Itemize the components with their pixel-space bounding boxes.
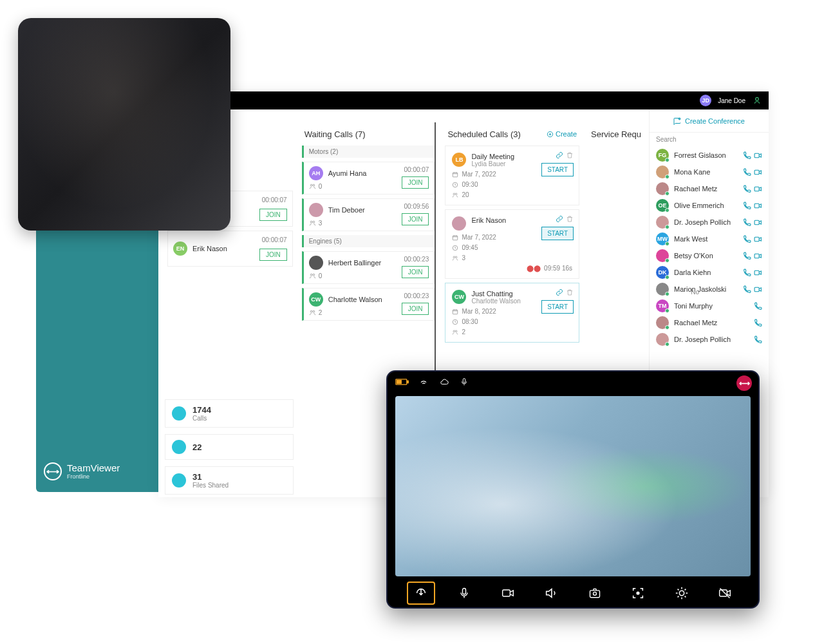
- delete-icon[interactable]: [566, 151, 574, 159]
- svg-point-41: [679, 591, 684, 595]
- stat-dot-icon: [172, 406, 186, 421]
- brand-name: TeamViewer: [67, 463, 120, 474]
- call-card[interactable]: Herbert Ballinger00:00:23 0JOIN: [302, 251, 435, 284]
- video-call-icon[interactable]: [754, 202, 762, 210]
- scheduled-card[interactable]: Erik NasonSTART Mar 7, 2022 09:45 3⬤⬤ 09…: [445, 209, 579, 279]
- contact-avatar: [656, 316, 669, 329]
- svg-rect-33: [407, 381, 409, 383]
- create-conference-button[interactable]: Create Conference: [650, 109, 769, 133]
- contact-row[interactable]: Dr. Joseph Pollich: [651, 214, 767, 231]
- start-button[interactable]: START: [541, 300, 574, 314]
- brightness-button[interactable]: [668, 582, 696, 605]
- user-name: Jane Doe: [718, 97, 745, 104]
- video-call-icon[interactable]: [754, 185, 762, 193]
- snapshot-button[interactable]: [581, 582, 609, 605]
- create-button[interactable]: Create: [547, 130, 577, 138]
- video-call-icon[interactable]: [754, 269, 762, 277]
- copy-link-icon[interactable]: [556, 151, 563, 159]
- start-button[interactable]: START: [541, 163, 574, 176]
- stat-dot-icon: [172, 440, 186, 454]
- contact-avatar: FG: [656, 149, 669, 162]
- cloud-icon: [438, 377, 451, 386]
- video-call-icon[interactable]: [754, 252, 762, 260]
- join-button[interactable]: JOIN: [402, 213, 429, 225]
- call-icon[interactable]: [743, 151, 751, 160]
- call-icon[interactable]: [754, 336, 762, 344]
- device-video-feed: [395, 396, 751, 576]
- delete-icon[interactable]: [566, 289, 574, 296]
- copy-link-icon[interactable]: [556, 289, 563, 296]
- contact-avatar: [656, 166, 669, 178]
- speaker-button[interactable]: [537, 582, 565, 605]
- camera-button[interactable]: [494, 582, 522, 605]
- video-call-icon[interactable]: [754, 218, 762, 227]
- contact-row[interactable]: Betsy O'Kon: [651, 247, 767, 264]
- call-icon[interactable]: [743, 252, 751, 260]
- contact-row[interactable]: FGForrest Gislason: [651, 147, 767, 164]
- contact-row[interactable]: Rachael Metz: [651, 180, 767, 197]
- scheduled-card[interactable]: CWJust ChattingCharlotte WalsonSTART Mar…: [445, 283, 579, 343]
- call-icon[interactable]: [743, 235, 751, 243]
- copy-link-icon[interactable]: [556, 215, 563, 223]
- svg-rect-4: [754, 187, 759, 191]
- contact-row[interactable]: Dr. Joseph Pollich: [651, 331, 767, 348]
- call-card[interactable]: CWCharlotte Walson00:00:23 2JOIN: [302, 288, 435, 321]
- svg-point-18: [313, 310, 315, 312]
- search-label[interactable]: Search: [650, 133, 769, 147]
- fullscreen-button[interactable]: [624, 582, 652, 605]
- video-call-icon[interactable]: [754, 235, 762, 243]
- device-overlay: ⟷: [386, 370, 760, 609]
- call-card[interactable]: Tim Deboer00:09:56 3JOIN: [302, 198, 435, 231]
- call-icon[interactable]: [743, 185, 751, 193]
- join-button[interactable]: JOIN: [402, 176, 429, 189]
- scheduled-card[interactable]: LBDaily MeetingLydia BauerSTART Mar 7, 2…: [445, 146, 579, 205]
- delete-icon[interactable]: [566, 215, 574, 223]
- contact-avatar: [656, 283, 669, 296]
- contact-name: Marion Jaskolski: [674, 285, 738, 293]
- device-controls: [388, 579, 758, 607]
- brand-subtitle: Frontline: [67, 473, 120, 480]
- scheduled-title: Daily Meeting: [471, 153, 514, 160]
- call-icon[interactable]: [743, 202, 751, 210]
- scheduled-time: 09:30: [452, 181, 572, 188]
- contact-row[interactable]: DKDarla Kiehn: [651, 264, 767, 281]
- contact-row[interactable]: Rachael Metz: [651, 314, 767, 331]
- contact-row[interactable]: Mona Kane: [651, 164, 767, 180]
- join-button[interactable]: JOIN: [402, 266, 429, 278]
- join-button[interactable]: JOIN: [402, 303, 429, 315]
- video-call-icon[interactable]: [754, 168, 762, 176]
- call-icon[interactable]: [754, 302, 762, 310]
- contact-row[interactable]: MWMark West: [651, 231, 767, 247]
- contact-avatar: [656, 249, 669, 262]
- svg-point-16: [313, 274, 315, 276]
- svg-point-11: [310, 184, 312, 186]
- video-call-icon[interactable]: [754, 285, 762, 294]
- user-avatar[interactable]: JD: [700, 95, 711, 106]
- contact-row[interactable]: OEOlive Emmerich: [651, 197, 767, 214]
- mic-button[interactable]: [450, 582, 478, 605]
- call-icon[interactable]: [743, 168, 751, 176]
- start-button[interactable]: START: [541, 227, 574, 240]
- video-off-button[interactable]: [711, 582, 739, 605]
- pointer-button[interactable]: [407, 582, 435, 605]
- call-card[interactable]: AHAyumi Hana00:00:07 0JOIN: [302, 162, 435, 194]
- svg-rect-6: [754, 220, 759, 225]
- create-conference-label: Create Conference: [685, 117, 745, 125]
- join-button[interactable]: JOIN: [259, 249, 287, 261]
- scheduled-title: Just Chatting: [471, 290, 520, 298]
- call-icon[interactable]: [743, 285, 751, 294]
- caller-name: Charlotte Walson: [328, 296, 382, 303]
- contact-avatar: [656, 333, 669, 346]
- contact-row[interactable]: Marion Jaskolski: [651, 281, 767, 298]
- join-button[interactable]: JOIN: [259, 209, 287, 221]
- stat-value: 1744: [192, 405, 211, 415]
- call-duration: 00:09:56: [404, 203, 429, 210]
- presence-icon[interactable]: [752, 95, 762, 106]
- call-icon[interactable]: [743, 269, 751, 277]
- call-icon[interactable]: [754, 319, 762, 327]
- video-call-icon[interactable]: [754, 151, 762, 160]
- contact-row[interactable]: TMToni Murphy: [651, 298, 767, 314]
- call-icon[interactable]: [743, 218, 751, 227]
- call-card[interactable]: EN Erik Nason 00:00:07 JOIN: [167, 231, 293, 267]
- col-title: Service Requ: [591, 129, 641, 139]
